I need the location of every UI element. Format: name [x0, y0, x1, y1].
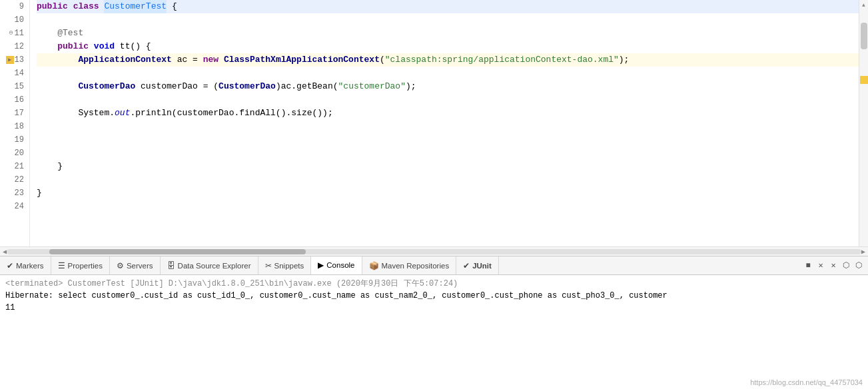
tab-datasource-label: Data Source Explorer [178, 262, 251, 270]
tab-servers[interactable]: ⚙ Servers [110, 256, 161, 274]
tab-snippets-label: Snippets [274, 262, 304, 270]
close-console-button[interactable]: ✕ [815, 260, 826, 271]
line-num-24: 24 [5, 200, 24, 213]
line-num-9: 9 [5, 0, 24, 13]
snippets-icon: ✂ [265, 261, 272, 270]
tab-datasource[interactable]: 🗄 Data Source Explorer [161, 256, 258, 274]
code-line-19 [37, 133, 859, 147]
line-num-14: 14 [5, 67, 24, 80]
tab-maven-label: Maven Repositories [382, 262, 450, 270]
maven-icon: 📦 [369, 261, 379, 270]
h-scroll-thumb[interactable] [49, 249, 306, 254]
watermark: https://blog.csdn.net/qq_44757034 [750, 378, 863, 386]
code-line-15: CustomerDao customerDao = (CustomerDao)a… [37, 80, 859, 93]
line-num-13: ▶13 [5, 53, 24, 67]
tab-bar: ✔ Markers ☰ Properties ⚙ Servers 🗄 Data … [0, 256, 868, 275]
code-editor: 9 10 ⊖11 12 ▶13 14 15 16 17 18 19 20 [0, 0, 868, 256]
tab-console[interactable]: ▶ Console [311, 256, 362, 275]
code-line-17: System.out.println(customerDao.findAll()… [37, 107, 859, 120]
console-output: <terminated> CustomerTest [JUnit] D:\jav… [0, 275, 868, 389]
code-line-23: } [37, 187, 859, 200]
tab-markers[interactable]: ✔ Markers [0, 256, 51, 274]
properties-icon: ☰ [58, 261, 65, 270]
tab-servers-label: Servers [127, 262, 153, 270]
scroll-right-arrow[interactable]: ▶ [861, 248, 865, 256]
action-btn2[interactable]: ⬡ [853, 260, 864, 271]
bottom-panel: ✔ Markers ☰ Properties ⚙ Servers 🗄 Data … [0, 256, 868, 389]
line-num-22: 22 [5, 173, 24, 187]
stop-button[interactable]: ■ [803, 260, 813, 271]
scroll-thumb[interactable] [861, 23, 867, 49]
tab-snippets[interactable]: ✂ Snippets [258, 256, 312, 274]
line-num-11: ⊖11 [5, 27, 24, 40]
number-text: 11 [5, 303, 15, 312]
tab-junit[interactable]: ✔ JUnit [456, 256, 499, 274]
line-num-23: 23 [5, 187, 24, 200]
action-btn1[interactable]: ⬡ [841, 260, 851, 271]
line-num-16: 16 [5, 93, 24, 107]
code-line-11: @Test [37, 27, 859, 40]
servers-icon: ⚙ [117, 261, 124, 270]
line-num-17: 17 [5, 107, 24, 120]
tab-properties-label: Properties [68, 262, 103, 270]
junit-icon: ✔ [463, 261, 470, 270]
tab-maven[interactable]: 📦 Maven Repositories [362, 256, 457, 274]
right-margin-marker [860, 76, 868, 84]
code-line-21: } [37, 160, 859, 173]
code-line-13: ApplicationContext ac = new ClassPathXml… [37, 53, 859, 67]
scroll-up-arrow[interactable]: ▲ [859, 0, 869, 9]
line-num-20: 20 [5, 147, 24, 160]
right-scrollbar[interactable]: ▲ [859, 0, 868, 246]
console-terminated-line: <terminated> CustomerTest [JUnit] D:\jav… [5, 278, 863, 290]
code-line-12: public void tt() { [37, 40, 859, 53]
console-number-line: 11 [5, 302, 863, 314]
datasource-icon: 🗄 [167, 261, 175, 270]
code-line-24 [37, 200, 859, 213]
line-numbers: 9 10 ⊖11 12 ▶13 14 15 16 17 18 19 20 [0, 0, 30, 246]
h-scroll-track[interactable] [7, 249, 861, 254]
tab-markers-label: Markers [16, 262, 44, 270]
console-icon: ▶ [318, 260, 324, 270]
hibernate-text: Hibernate: select customer0_.cust_id as … [5, 291, 667, 300]
line-num-10: 10 [5, 13, 24, 27]
line-num-15: 15 [5, 80, 24, 93]
line-num-19: 19 [5, 133, 24, 147]
code-line-20 [37, 147, 859, 160]
console-hibernate-line: Hibernate: select customer0_.cust_id as … [5, 290, 863, 302]
h-scrollbar[interactable]: ◀ ▶ [0, 246, 868, 256]
close-button2[interactable]: ✕ [828, 260, 839, 271]
code-line-9: public class CustomerTest { [37, 0, 859, 13]
code-line-18 [37, 120, 859, 133]
tab-properties[interactable]: ☰ Properties [51, 256, 110, 274]
line-num-18: 18 [5, 120, 24, 133]
code-line-16 [37, 93, 859, 107]
terminated-text: <terminated> CustomerTest [JUnit] D:\jav… [5, 279, 458, 288]
code-line-22 [37, 173, 859, 187]
tab-actions: ■ ✕ ✕ ⬡ ⬡ [799, 256, 868, 274]
line-num-21: 21 [5, 160, 24, 173]
code-line-10 [37, 13, 859, 27]
line-num-12: 12 [5, 40, 24, 53]
tab-console-label: Console [326, 261, 354, 269]
markers-icon: ✔ [7, 261, 13, 270]
tab-junit-label: JUnit [472, 262, 492, 270]
code-area[interactable]: public class CustomerTest { @Test public… [30, 0, 859, 246]
code-line-14 [37, 67, 859, 80]
